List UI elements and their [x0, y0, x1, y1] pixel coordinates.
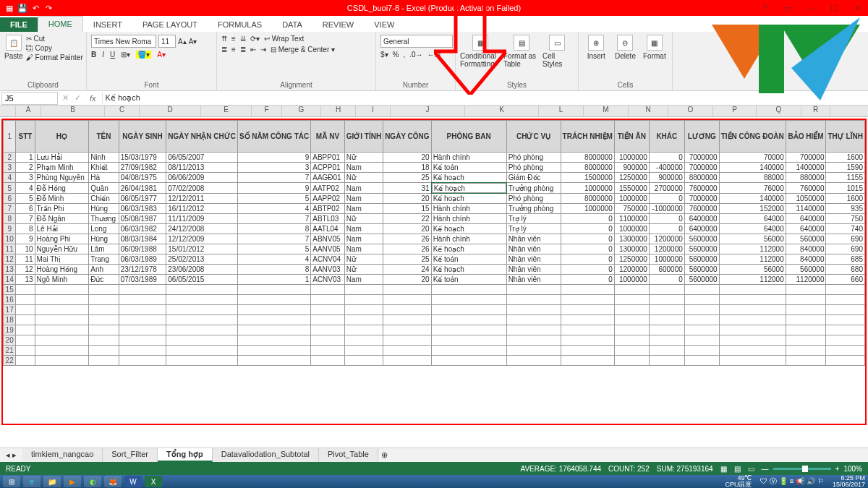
cell[interactable]: 560000	[786, 234, 826, 244]
cell[interactable]: 11	[16, 254, 35, 265]
cell[interactable]: 680	[826, 265, 865, 275]
cell[interactable]: Hà	[89, 173, 119, 183]
cell[interactable]: Kế hoạch	[431, 224, 506, 234]
cell[interactable]: 06/03/1989	[119, 254, 166, 265]
cell[interactable]: 7000000	[684, 153, 719, 163]
cell[interactable]: AATL04	[311, 224, 344, 234]
column-header-M[interactable]: M	[584, 106, 629, 116]
cell[interactable]: 0	[561, 244, 614, 254]
cell[interactable]: 8000000	[561, 194, 614, 204]
align-left-icon[interactable]: ≣	[221, 46, 227, 53]
sheet-tab[interactable]: Tổng hợp	[158, 448, 213, 462]
cell[interactable]: Anh	[89, 265, 119, 275]
number-format-select[interactable]: General	[380, 35, 453, 48]
cell[interactable]: 13	[16, 275, 35, 285]
column-header-F[interactable]: F	[252, 106, 282, 116]
name-box[interactable]	[1, 92, 58, 105]
font-color-button[interactable]: A▾	[157, 51, 166, 59]
cell[interactable]: 140000	[719, 194, 786, 204]
view-page-layout-icon[interactable]: ▤	[734, 465, 741, 473]
cell[interactable]: 1000000	[561, 204, 614, 214]
cell[interactable]: 6400000	[684, 214, 719, 224]
cell[interactable]: Hùng	[89, 234, 119, 244]
cell[interactable]: 1590	[826, 163, 865, 173]
column-header-O[interactable]: O	[668, 106, 713, 116]
cell[interactable]: Lâm	[89, 244, 119, 254]
cell[interactable]: 06/09/1988	[119, 244, 166, 254]
cell[interactable]: AAPP02	[311, 194, 344, 204]
cell[interactable]: 0	[649, 214, 684, 224]
cell[interactable]: 4	[237, 254, 310, 265]
view-page-break-icon[interactable]: ▭	[748, 465, 754, 473]
cell[interactable]: ACNV03	[311, 275, 344, 285]
cell[interactable]: 76000	[719, 183, 786, 194]
cell[interactable]: Hành chính	[431, 204, 506, 214]
ribbon-options-button[interactable]: ▭	[777, 0, 799, 16]
increase-font-icon[interactable]: A▴	[178, 38, 187, 46]
column-header-K[interactable]: K	[465, 106, 539, 116]
paste-button[interactable]: 📋Paste	[4, 35, 23, 60]
cell[interactable]: 5600000	[684, 244, 719, 254]
cell[interactable]: Hành chính	[431, 153, 506, 163]
cell[interactable]: 26	[383, 234, 432, 244]
font-size-select[interactable]: 11	[158, 35, 176, 48]
cell[interactable]: 112000	[719, 244, 786, 254]
cell[interactable]: 1000000	[561, 183, 614, 194]
format-painter-button[interactable]: 🖌 Format Painter	[26, 53, 83, 61]
align-center-icon[interactable]: ≡	[231, 46, 236, 53]
cell[interactable]: 9	[16, 234, 35, 244]
cell[interactable]: Nhân viên	[506, 275, 561, 285]
wrap-text-button[interactable]: ↩ Wrap Text	[264, 35, 304, 43]
column-header-C[interactable]: C	[105, 106, 140, 116]
cell[interactable]: 900000	[614, 163, 649, 173]
cell[interactable]: 1050000	[786, 194, 826, 204]
increase-indent-icon[interactable]: ⇥	[260, 46, 266, 53]
cell[interactable]: 11/11/2009	[166, 214, 238, 224]
cell[interactable]: Lưu Hải	[35, 153, 89, 163]
accounting-format-icon[interactable]: $▾	[380, 51, 388, 59]
cell[interactable]: Hành chính	[431, 234, 506, 244]
cell[interactable]: 26	[383, 244, 432, 254]
cell[interactable]: 1500000	[561, 173, 614, 183]
cell[interactable]: 25/02/2013	[166, 254, 238, 265]
cell[interactable]: 0	[561, 214, 614, 224]
cell[interactable]: 15/01/2012	[166, 244, 238, 254]
orientation-icon[interactable]: ⟳▾	[250, 35, 260, 43]
cell[interactable]: 1000000	[649, 254, 684, 265]
cell[interactable]: 8	[16, 224, 35, 234]
table-row[interactable]: 43Phùng NguyênHà04/08/197506/06/20097AAG…	[4, 173, 865, 183]
sheet-tab[interactable]: timkiem_nangcao	[22, 448, 103, 462]
cell[interactable]: 15/03/1979	[119, 153, 166, 163]
cell[interactable]: Nữ	[344, 153, 383, 163]
cell[interactable]: 1250000	[614, 254, 649, 265]
increase-decimal-icon[interactable]: .0→	[409, 51, 422, 59]
cell[interactable]: 06/05/1977	[119, 194, 166, 204]
cell[interactable]: 4	[16, 183, 35, 194]
cell[interactable]: Đức	[89, 275, 119, 285]
cell[interactable]: 2700000	[649, 183, 684, 194]
cell[interactable]: Trưởng phòng	[506, 183, 561, 194]
align-middle-icon[interactable]: ≡	[231, 35, 236, 43]
zoom-level[interactable]: 100%	[843, 465, 862, 473]
cell[interactable]: 08/11/2013	[166, 163, 238, 173]
table-row[interactable]: 1413Ngô MinhĐức07/03/198906/05/20151ACNV…	[4, 275, 865, 285]
cell[interactable]: Phó phòng	[506, 153, 561, 163]
merge-center-button[interactable]: ⊟ Merge & Center ▾	[271, 46, 335, 53]
decrease-decimal-icon[interactable]: ←.0	[427, 51, 441, 59]
cell[interactable]: Lê Hải	[35, 224, 89, 234]
cell[interactable]: 935	[826, 204, 865, 214]
start-button[interactable]: ⊞	[3, 476, 20, 487]
cell[interactable]: ABTL03	[311, 214, 344, 224]
cell[interactable]: 04/08/1975	[119, 173, 166, 183]
column-header-L[interactable]: L	[539, 106, 584, 116]
cell[interactable]: 600000	[649, 265, 684, 275]
cell[interactable]: Kế toán	[431, 254, 506, 265]
maximize-button[interactable]: ☐	[823, 0, 845, 16]
cell[interactable]: 08/03/1984	[119, 234, 166, 244]
cell[interactable]: 26/04/1981	[119, 183, 166, 194]
column-header-I[interactable]: I	[356, 106, 391, 116]
cell[interactable]: Đỗ Hồng	[35, 183, 89, 194]
minimize-button[interactable]: —	[800, 0, 822, 16]
decrease-indent-icon[interactable]: ⇤	[250, 46, 256, 53]
redo-icon[interactable]: ↷	[43, 3, 54, 13]
